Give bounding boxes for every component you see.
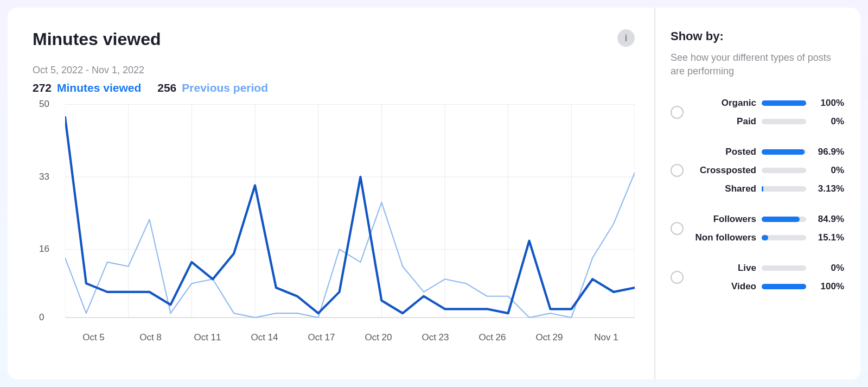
showby-subtitle: See how your different types of posts ar…: [671, 51, 844, 78]
showby-row-pct: 100%: [812, 281, 844, 292]
metric-row: 272 Minutes viewed 256 Previous period: [33, 81, 635, 94]
showby-row: Crossposted0%: [692, 165, 844, 176]
showby-bar-fill: [762, 235, 768, 240]
y-axis-tick: 33: [39, 172, 49, 182]
showby-bar-fill: [762, 217, 800, 222]
x-axis-tick: Oct 14: [236, 332, 293, 343]
showby-title: Show by:: [671, 29, 844, 43]
showby-rows: Posted96.9%Crossposted0%Shared3.13%: [692, 147, 844, 194]
showby-row: Paid0%: [692, 116, 844, 127]
y-axis-tick: 0: [39, 312, 44, 323]
showby-radio[interactable]: [671, 222, 684, 235]
showby-row: Organic100%: [692, 98, 844, 109]
x-axis-labels: Oct 5Oct 8Oct 11Oct 14Oct 17Oct 20Oct 23…: [33, 332, 635, 343]
metric-previous: 256 Previous period: [157, 81, 268, 94]
chart-pane: Minutes viewed i Oct 5, 2022 - Nov 1, 20…: [8, 8, 654, 379]
page-title: Minutes viewed: [33, 29, 161, 49]
showby-bar: [762, 149, 806, 155]
showby-bar-fill: [762, 186, 763, 192]
showby-group: Live0%Video100%: [671, 263, 844, 292]
showby-row-label: Shared: [692, 183, 756, 194]
x-axis-tick: Oct 8: [122, 332, 179, 343]
showby-bar: [762, 235, 806, 240]
y-axis-tick: 16: [39, 244, 49, 255]
showby-row-label: Non followers: [692, 232, 756, 243]
showby-row: Followers84.9%: [692, 214, 844, 225]
chart-series-line: [65, 117, 635, 313]
showby-row: Shared3.13%: [692, 183, 844, 194]
showby-row-pct: 84.9%: [812, 214, 844, 225]
showby-bar-fill: [762, 100, 806, 106]
showby-row: Video100%: [692, 281, 844, 292]
side-pane: Show by: See how your different types of…: [654, 8, 860, 379]
x-axis-tick: Oct 5: [65, 332, 122, 343]
showby-radio[interactable]: [671, 164, 684, 177]
showby-bar: [762, 217, 806, 222]
x-axis-tick: Oct 29: [521, 332, 578, 343]
metric-current-value: 272: [33, 81, 52, 94]
showby-row-label: Live: [692, 263, 756, 274]
showby-row-pct: 0%: [812, 116, 844, 127]
x-axis-tick: Oct 11: [179, 332, 236, 343]
showby-row-label: Organic: [692, 98, 756, 109]
line-chart: [65, 101, 635, 329]
showby-group: Followers84.9%Non followers15.1%: [671, 214, 844, 243]
showby-bar: [762, 284, 806, 289]
showby-row: Non followers15.1%: [692, 232, 844, 243]
showby-row: Posted96.9%: [692, 147, 844, 157]
showby-row-label: Followers: [692, 214, 756, 225]
showby-radio[interactable]: [671, 106, 684, 119]
showby-radio[interactable]: [671, 271, 684, 284]
showby-bar: [762, 265, 806, 271]
showby-row-pct: 96.9%: [812, 147, 844, 157]
showby-row: Live0%: [692, 263, 844, 274]
x-axis-tick: Nov 1: [578, 332, 635, 343]
x-axis-tick: Oct 20: [350, 332, 407, 343]
showby-bar: [762, 119, 806, 124]
chart-series-line: [65, 173, 635, 318]
showby-row-label: Paid: [692, 116, 756, 127]
x-axis-tick: Oct 23: [407, 332, 464, 343]
x-axis-tick: Oct 17: [293, 332, 350, 343]
showby-rows: Organic100%Paid0%: [692, 98, 844, 127]
showby-bar: [762, 168, 806, 173]
analytics-card: Minutes viewed i Oct 5, 2022 - Nov 1, 20…: [8, 8, 860, 379]
showby-row-pct: 100%: [812, 98, 844, 109]
showby-row-label: Posted: [692, 147, 756, 157]
metric-current: 272 Minutes viewed: [33, 81, 141, 94]
showby-bar: [762, 100, 806, 106]
metric-previous-value: 256: [157, 81, 176, 94]
showby-group: Organic100%Paid0%: [671, 98, 844, 127]
showby-rows: Followers84.9%Non followers15.1%: [692, 214, 844, 243]
showby-group: Posted96.9%Crossposted0%Shared3.13%: [671, 147, 844, 194]
showby-bar-fill: [762, 284, 806, 289]
metric-current-label: Minutes viewed: [57, 81, 141, 94]
showby-row-label: Video: [692, 281, 756, 292]
x-axis-tick: Oct 26: [464, 332, 521, 343]
showby-row-pct: 0%: [812, 263, 844, 274]
info-icon[interactable]: i: [617, 29, 635, 47]
date-range: Oct 5, 2022 - Nov 1, 2022: [33, 65, 635, 76]
y-axis-tick: 50: [39, 99, 49, 110]
chart-box: 0163350: [33, 101, 635, 329]
metric-previous-label: Previous period: [182, 81, 268, 94]
showby-row-pct: 15.1%: [812, 232, 844, 243]
showby-row-pct: 0%: [812, 165, 844, 176]
showby-row-pct: 3.13%: [812, 183, 844, 194]
showby-rows: Live0%Video100%: [692, 263, 844, 292]
showby-row-label: Crossposted: [692, 165, 756, 176]
showby-bar-fill: [762, 149, 805, 155]
showby-bar: [762, 186, 806, 192]
